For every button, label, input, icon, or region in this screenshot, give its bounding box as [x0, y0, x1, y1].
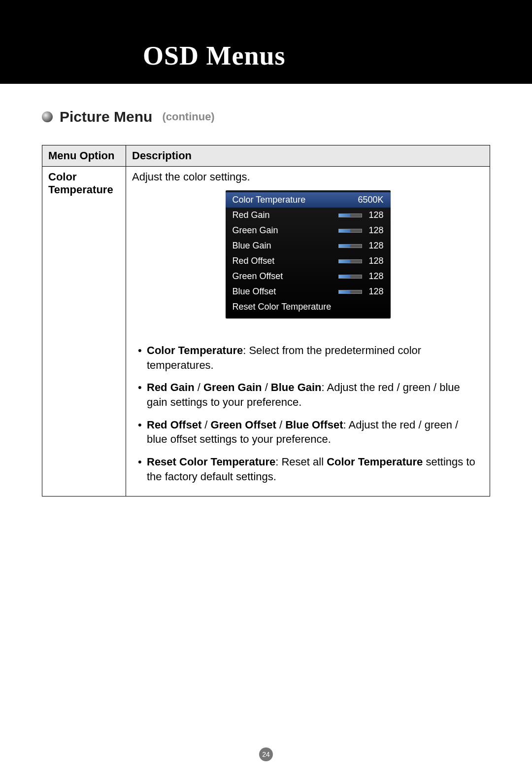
col-header-option: Menu Option: [42, 145, 126, 167]
slider-icon: [338, 259, 362, 263]
slider-icon: [338, 290, 362, 294]
osd-value: 128: [366, 225, 384, 236]
page-title: OSD Menus: [143, 40, 286, 71]
osd-label: Green Gain: [233, 225, 335, 236]
osd-label: Blue Gain: [233, 241, 335, 251]
osd-row-red-offset: Red Offset 128: [226, 253, 391, 269]
slider-icon: [338, 244, 362, 248]
section-heading: Picture Menu (continue): [42, 108, 490, 125]
bold-text: Red Gain: [147, 381, 195, 393]
description-bullets: Color Temperature: Select from the prede…: [132, 343, 484, 484]
list-item: Red Gain / Green Gain / Blue Gain: Adjus…: [136, 380, 480, 409]
menu-table: Menu Option Description Color Temperatur…: [42, 145, 490, 497]
section-title: Picture Menu: [60, 108, 152, 125]
table-row: Color Temperature Adjust the color setti…: [42, 167, 490, 497]
osd-row-blue-offset: Blue Offset 128: [226, 284, 391, 299]
bold-text: Reset Color Temperature: [147, 456, 275, 468]
osd-label: Color Temperature: [233, 195, 355, 205]
osd-label: Green Offset: [233, 271, 335, 282]
text: /: [262, 381, 271, 393]
text: : Reset all: [275, 456, 327, 468]
osd-value: 6500K: [358, 195, 383, 205]
slider-icon: [338, 213, 362, 217]
bold-text: Green Offset: [211, 419, 276, 431]
osd-label: Red Gain: [233, 210, 335, 220]
osd-row-red-gain: Red Gain 128: [226, 208, 391, 223]
osd-value: 128: [366, 286, 384, 297]
col-header-description: Description: [126, 145, 490, 167]
bold-text: Green Gain: [203, 381, 262, 393]
list-item: Reset Color Temperature: Reset all Color…: [136, 455, 480, 484]
option-description-cell: Adjust the color settings. Color Tempera…: [126, 167, 490, 497]
header-band: OSD Menus: [0, 0, 532, 84]
bold-text: Blue Offset: [285, 419, 343, 431]
sphere-bullet-icon: [42, 111, 53, 122]
osd-label: Red Offset: [233, 256, 335, 266]
text: /: [201, 419, 210, 431]
page-number-badge: 24: [259, 747, 273, 761]
osd-value: 128: [366, 271, 384, 282]
content-area: Picture Menu (continue) Menu Option Desc…: [0, 84, 532, 497]
bold-text: Blue Gain: [271, 381, 322, 393]
text: /: [276, 419, 285, 431]
osd-label: Reset Color Temperature: [233, 302, 384, 312]
osd-row-color-temperature: Color Temperature 6500K: [226, 192, 391, 208]
osd-value: 128: [366, 210, 384, 220]
slider-icon: [338, 229, 362, 233]
osd-screenshot: Color Temperature 6500K Red Gain 128 Gre…: [226, 190, 391, 319]
bold-text: Color Temperature: [147, 344, 243, 356]
osd-value: 128: [366, 256, 384, 266]
list-item: Color Temperature: Select from the prede…: [136, 343, 480, 372]
osd-row-green-gain: Green Gain 128: [226, 223, 391, 238]
osd-row-blue-gain: Blue Gain 128: [226, 238, 391, 253]
bold-text: Red Offset: [147, 419, 201, 431]
option-name: Color Temperature: [42, 167, 126, 497]
section-subtitle: (continue): [162, 110, 214, 123]
osd-label: Blue Offset: [233, 286, 335, 297]
description-intro: Adjust the color settings.: [132, 171, 484, 183]
slider-icon: [338, 275, 362, 279]
bold-text: Color Temperature: [327, 456, 423, 468]
osd-row-green-offset: Green Offset 128: [226, 269, 391, 284]
text: /: [195, 381, 203, 393]
list-item: Red Offset / Green Offset / Blue Offset:…: [136, 418, 480, 447]
osd-value: 128: [366, 241, 384, 251]
osd-row-reset: Reset Color Temperature: [226, 299, 391, 315]
